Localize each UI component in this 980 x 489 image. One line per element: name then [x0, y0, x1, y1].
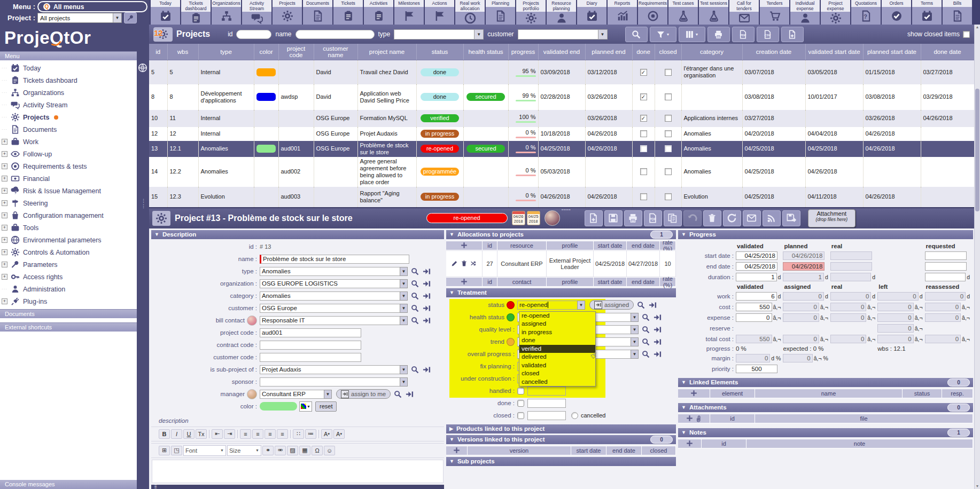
field-select-customer[interactable]: OSG Europe▼ [260, 304, 408, 313]
search-icon[interactable] [410, 365, 419, 374]
panel-splitter-dots[interactable]: ▪▪▪▪▪ [562, 208, 571, 211]
editor-button[interactable]: ▨ [287, 446, 298, 455]
treatment-checkbox-handled[interactable] [517, 388, 524, 395]
edit-icon[interactable] [451, 260, 458, 267]
toolbar-tab-actions[interactable]: Actions [425, 0, 454, 25]
sidebar-item-controls-automation[interactable]: +Controls & Automation [0, 246, 137, 258]
chevron-down-icon[interactable]: ▼ [631, 313, 639, 322]
field-select-sponsor[interactable]: ▼ [260, 377, 408, 387]
cell[interactable]: end date [606, 446, 642, 455]
collapse-triangle-icon[interactable]: ▼ [154, 232, 159, 237]
editor-button[interactable]: ◳ [171, 446, 182, 455]
editor-button-a[interactable]: A▾ [321, 429, 332, 439]
status-option-in-progress[interactable]: in progress [519, 328, 595, 337]
sidebar-item-tools[interactable]: +Tools [0, 222, 137, 234]
mail-button[interactable] [743, 210, 761, 226]
sidebar-item-follow-up[interactable]: +Follow-up [0, 148, 137, 160]
status-option-done[interactable]: done [519, 336, 595, 345]
add-linked-element-button[interactable] [678, 389, 710, 398]
editor-button[interactable]: ⚮ [275, 446, 286, 455]
done-checkbox[interactable]: ✓ [640, 69, 647, 76]
expand-plus-icon[interactable]: + [2, 298, 7, 304]
sidebar-item-organizations[interactable]: ····Organizations [0, 86, 137, 99]
cell[interactable]: External Project Leader [547, 250, 594, 277]
sidebar-documents-header[interactable]: Documents [0, 309, 137, 318]
done-checkbox[interactable] [640, 193, 647, 200]
add-icon[interactable] [461, 278, 468, 285]
editor-button-[interactable]: ≡ [240, 429, 251, 439]
goto-icon[interactable] [422, 267, 431, 276]
goto-icon[interactable] [422, 279, 431, 288]
toolbar-tab-tickets-dashboard[interactable]: Tickets dashboard [181, 0, 211, 25]
toolbar-tab-orders[interactable]: Orders [882, 0, 911, 25]
cell[interactable]: id [483, 241, 497, 250]
cell[interactable]: end date [627, 277, 660, 287]
editor-button-[interactable]: ⇤ [212, 429, 223, 439]
editor-button-[interactable]: ≡ [265, 429, 276, 439]
column-header-type[interactable]: type [198, 44, 254, 60]
chevron-down-icon[interactable]: ▼ [631, 350, 639, 359]
chevron-down-icon[interactable]: ▼ [324, 390, 332, 399]
column-header-closed[interactable]: closed [655, 44, 681, 60]
toolbar-tab-requirements[interactable]: Requirements [638, 0, 667, 25]
section-subprojects[interactable]: ▼Sub projects [446, 457, 676, 466]
column-header-id[interactable]: id [149, 44, 167, 60]
chevron-down-icon[interactable]: ▼ [400, 279, 408, 288]
column-header-project-code[interactable]: project code [278, 44, 314, 60]
filter-customer-select[interactable]: ▼ [518, 29, 608, 40]
allocation-row-actions[interactable] [446, 250, 483, 277]
column-header-customer-name[interactable]: customer name [314, 44, 357, 60]
treatment-date-handled[interactable] [527, 387, 566, 396]
sidebar-item-work[interactable]: +Work [0, 136, 137, 148]
goto-icon[interactable] [422, 291, 431, 301]
sidebar-item-projects[interactable]: ····Projects [0, 111, 137, 123]
toolbar-tab-activity-stream[interactable]: Activity Stream [242, 0, 271, 25]
search-icon[interactable] [636, 301, 645, 310]
column-header-creation-date[interactable]: creation date [742, 44, 805, 60]
sidebar-item-configuration-management[interactable]: +Configuration management [0, 209, 137, 222]
page-scrollbar[interactable]: ▲ ▼ [974, 25, 980, 489]
add-icon[interactable] [690, 390, 697, 397]
cell[interactable]: 04/25/2018 [594, 250, 627, 277]
field-select-category[interactable]: Anomalies▼ [260, 291, 408, 301]
status-option-assigned[interactable]: assigned [519, 320, 595, 328]
closed-checkbox[interactable] [665, 69, 672, 76]
toolbar-tab-projects-portfolio[interactable]: Projects portfolio [516, 0, 546, 25]
column-header-health-status[interactable]: health status [463, 44, 508, 60]
search-icon[interactable] [641, 325, 650, 334]
move-icon[interactable] [470, 260, 477, 267]
delete-button[interactable] [703, 210, 721, 226]
search-icon[interactable] [410, 279, 419, 288]
pdf-export-button[interactable]: PDF [732, 27, 755, 42]
add-contact-allocation-button[interactable] [446, 277, 483, 287]
toolbar-tab-quotations[interactable]: Quotations? [851, 0, 881, 25]
editor-button[interactable]: Ω [312, 446, 323, 455]
expand-plus-icon[interactable]: + [2, 249, 7, 255]
expand-plus-icon[interactable]: + [2, 262, 7, 267]
column-header-validated-end[interactable]: validated end [538, 44, 585, 60]
paperclip-icon[interactable] [695, 415, 702, 422]
rss-button[interactable] [763, 210, 781, 226]
expand-plus-icon[interactable]: + [2, 212, 7, 218]
cell[interactable]: 10 [660, 250, 676, 277]
filter-id-input[interactable] [236, 30, 271, 39]
all-menus-selector[interactable]: Q All menus [37, 1, 147, 12]
cell[interactable]: id [483, 277, 497, 287]
toolbar-tab-tenders[interactable]: Tenders [760, 0, 789, 25]
column-header-progress[interactable]: progress [508, 44, 538, 60]
toolbar-tab-organizations[interactable]: Organizations [212, 0, 241, 25]
column-header-validated-start-date[interactable]: validated start date [805, 44, 863, 60]
sidebar-item-steering[interactable]: +Steering [0, 197, 137, 209]
field-select-is-sub-project-of[interactable]: Projet Audaxis▼ [260, 365, 408, 374]
cell[interactable]: rate (%) [660, 241, 676, 250]
done-checkbox[interactable] [640, 168, 647, 175]
color-reset-button[interactable]: reset [315, 401, 337, 412]
user-avatar[interactable] [545, 210, 560, 226]
search-icon[interactable] [410, 267, 419, 276]
add-note-button[interactable] [678, 439, 702, 448]
toolbar-tab-terms[interactable]: Terms [912, 0, 942, 25]
cell[interactable]: version [468, 446, 571, 455]
cell[interactable]: status [903, 389, 942, 398]
field-select-manager[interactable]: Consultant ERP▼ [260, 390, 332, 399]
chevron-down-icon[interactable]: ▼ [577, 301, 585, 310]
